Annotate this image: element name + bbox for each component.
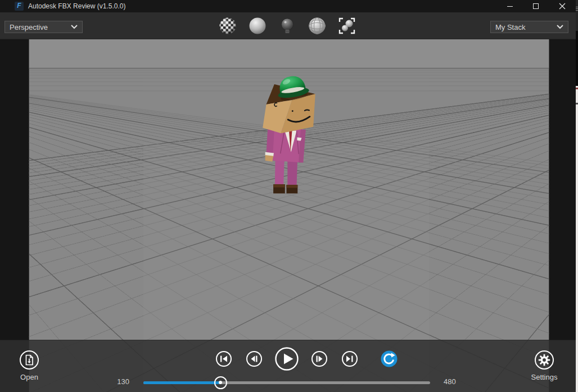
playback-bar: Open [0, 340, 576, 392]
open-button[interactable]: Open [9, 349, 49, 381]
title-bar: F Autodesk FBX Review (v1.5.0.0) [0, 0, 576, 12]
viewport-sky [29, 39, 549, 68]
stack-selector-dropdown[interactable]: My Stack [490, 21, 568, 33]
gear-icon [534, 349, 555, 371]
maximize-button[interactable] [523, 0, 549, 12]
settings-label: Settings [531, 373, 558, 381]
minimize-button[interactable] [497, 0, 523, 12]
chevron-down-icon [71, 25, 78, 29]
previous-frame-button[interactable] [246, 350, 263, 367]
close-button[interactable] [549, 0, 576, 12]
display-mode-toolbar [218, 16, 356, 36]
open-label: Open [20, 373, 38, 381]
toolbar: Perspective [0, 12, 576, 39]
maximize-icon [533, 3, 539, 9]
app-icon: F [15, 2, 24, 11]
timeline-slider-fill [143, 381, 221, 384]
timeline-end-frame: 480 [444, 377, 466, 386]
wireframe-display-icon[interactable] [308, 16, 327, 36]
shaded-display-icon[interactable] [248, 16, 267, 36]
timeline-start-frame: 130 [107, 377, 129, 386]
close-icon [559, 3, 566, 10]
go-to-end-button[interactable] [341, 350, 358, 367]
loop-toggle-button[interactable] [380, 350, 398, 368]
open-file-icon [19, 349, 40, 371]
viewport-canvas[interactable] [0, 39, 578, 392]
go-to-start-button[interactable] [215, 350, 232, 367]
timeline-slider-track[interactable] [143, 381, 430, 384]
play-button[interactable] [274, 347, 299, 371]
frame-selection-icon[interactable] [337, 16, 356, 36]
minimize-icon [507, 6, 513, 7]
window-title: Autodesk FBX Review (v1.5.0.0) [28, 2, 125, 10]
lighting-icon[interactable] [278, 16, 297, 36]
app-window: F Autodesk FBX Review (v1.5.0.0) Perspec… [0, 0, 578, 392]
view-selector-dropdown[interactable]: Perspective [4, 21, 83, 33]
settings-button[interactable]: Settings [524, 349, 565, 381]
stack-selector-value: My Stack [495, 23, 557, 31]
next-frame-button[interactable] [311, 350, 328, 367]
chevron-down-icon [557, 25, 563, 29]
background-window-sliver [576, 0, 578, 392]
view-selector-value: Perspective [10, 23, 71, 31]
textured-display-icon[interactable] [218, 16, 237, 36]
